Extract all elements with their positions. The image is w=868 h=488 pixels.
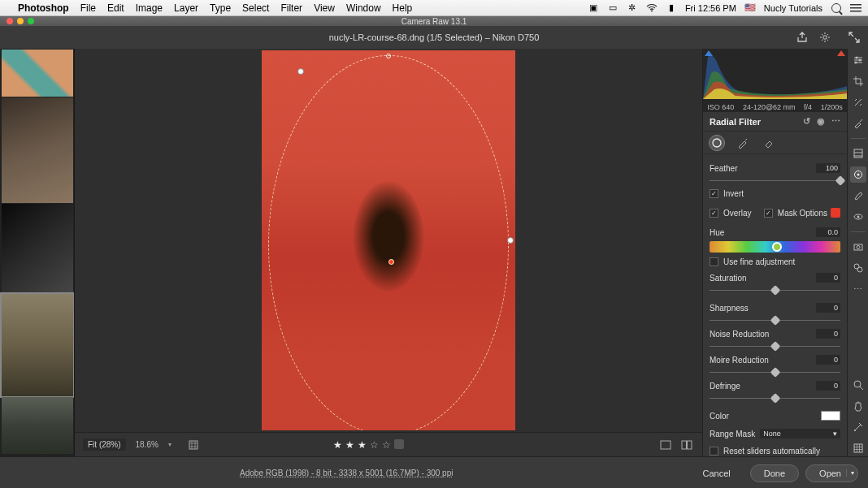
undo-icon[interactable]: ↺	[803, 116, 810, 127]
zoom-secondary[interactable]: 18.6%	[136, 440, 158, 449]
control-center-icon[interactable]	[850, 2, 861, 14]
cancel-button[interactable]: Cancel	[690, 465, 744, 482]
close-button[interactable]	[7, 18, 13, 24]
visibility-icon[interactable]: ◉	[817, 116, 825, 127]
reset-sliders-checkbox[interactable]	[710, 447, 718, 456]
done-button[interactable]: Done	[750, 464, 799, 482]
overlay-checkbox[interactable]	[710, 209, 718, 218]
thumbnail-2[interactable]	[2, 97, 73, 203]
sharpness-value[interactable]: 0	[816, 303, 840, 313]
sampler-icon[interactable]	[850, 419, 866, 435]
redeye-icon[interactable]	[850, 209, 866, 225]
thumbnail-1[interactable]	[2, 50, 73, 97]
noise-slider[interactable]	[710, 343, 840, 351]
more-settings-icon[interactable]: ⋯	[850, 281, 866, 297]
feather-value[interactable]: 100	[816, 163, 840, 173]
metadata-link[interactable]: Adobe RGB (1998) - 8 bit - 3338 x 5001 (…	[240, 469, 453, 477]
brush-icon[interactable]	[850, 188, 866, 204]
menu-edit[interactable]: Edit	[107, 2, 124, 14]
defringe-slider[interactable]	[710, 395, 840, 403]
hand-tool-icon[interactable]	[850, 398, 866, 414]
shadow-clip-icon[interactable]	[705, 50, 713, 56]
handle-top[interactable]	[386, 54, 391, 58]
menu-image[interactable]: Image	[136, 2, 163, 14]
before-after-split-icon[interactable]	[679, 438, 694, 452]
more-icon[interactable]: ⋯	[831, 116, 840, 127]
preview-image[interactable]	[262, 50, 515, 430]
fine-adjust-checkbox[interactable]	[710, 257, 718, 266]
menu-help[interactable]: Help	[393, 2, 413, 14]
thumbnail-4[interactable]	[2, 294, 73, 396]
settings-icon[interactable]	[818, 30, 832, 45]
mask-color-swatch[interactable]	[831, 208, 840, 218]
wifi-icon[interactable]	[646, 2, 658, 14]
grid-toggle-icon[interactable]	[850, 440, 866, 456]
thumbnail-5[interactable]	[2, 397, 73, 454]
menubar-account[interactable]: Nucly Tutorials	[764, 3, 822, 13]
radial-gradient-icon[interactable]	[850, 166, 866, 183]
hue-slider[interactable]	[710, 241, 840, 253]
zoom-caret-icon[interactable]: ▾	[168, 441, 171, 448]
grid-icon[interactable]	[186, 438, 201, 452]
share-icon[interactable]	[795, 30, 809, 45]
menu-select[interactable]: Select	[242, 2, 269, 14]
app-name[interactable]: Photoshop	[18, 2, 69, 14]
screenrec-icon[interactable]: ▣	[588, 2, 599, 14]
saturation-slider[interactable]	[710, 287, 840, 295]
noise-value[interactable]: 0	[816, 329, 840, 339]
color-swatch[interactable]	[821, 411, 840, 421]
menubar-clock[interactable]: Fri 12:56 PM	[685, 3, 736, 13]
mask-options-checkbox[interactable]	[764, 209, 773, 218]
menu-file[interactable]: File	[80, 2, 96, 14]
feather-slider[interactable]	[710, 177, 840, 185]
spotlight-icon[interactable]	[831, 2, 842, 14]
menu-type[interactable]: Type	[210, 2, 231, 14]
battery-icon[interactable]: ▭	[607, 2, 618, 14]
crop-tool-icon[interactable]	[850, 73, 866, 89]
linear-gradient-icon[interactable]	[850, 145, 866, 162]
heal-tool-icon[interactable]	[850, 94, 866, 110]
moire-value[interactable]: 0	[816, 355, 840, 365]
menu-window[interactable]: Window	[346, 2, 381, 14]
star-4[interactable]: ☆	[370, 439, 379, 451]
handle-nw[interactable]	[297, 68, 304, 75]
sharpness-slider[interactable]	[710, 317, 840, 325]
handle-east[interactable]	[507, 237, 514, 244]
star-3[interactable]: ★	[358, 439, 367, 451]
cc-icon[interactable]: ✲	[627, 2, 638, 14]
star-2[interactable]: ★	[345, 439, 354, 451]
thumbnail-3[interactable]	[2, 204, 73, 293]
zoom-tool-icon[interactable]	[850, 377, 866, 393]
fullscreen-icon[interactable]	[847, 30, 861, 45]
moire-slider[interactable]	[710, 369, 840, 377]
presets-icon[interactable]	[850, 260, 866, 276]
radial-filter-ellipse[interactable]	[268, 55, 509, 430]
histogram[interactable]: ISO 640 24-120@62 mm f/4 1/200s	[703, 49, 847, 112]
zoom-fit[interactable]: Fit (28%)	[83, 438, 126, 451]
edit-tool-icon[interactable]	[850, 52, 866, 68]
eyedropper-icon[interactable]	[850, 115, 866, 132]
zoom-button[interactable]	[28, 18, 34, 24]
star-5[interactable]: ☆	[382, 439, 391, 451]
range-mask-dropdown[interactable]: None▾	[760, 429, 840, 438]
eraser-tool-icon[interactable]	[762, 136, 776, 150]
before-after-single-icon[interactable]	[658, 438, 673, 452]
rating-stars[interactable]: ★ ★ ★ ☆ ☆	[333, 439, 404, 451]
battery2-icon[interactable]: ▮	[666, 2, 677, 14]
menu-view[interactable]: View	[314, 2, 335, 14]
snapshot-icon[interactable]	[850, 239, 866, 255]
menu-layer[interactable]: Layer	[174, 2, 198, 14]
menu-filter[interactable]: Filter	[280, 2, 302, 14]
star-1[interactable]: ★	[333, 439, 342, 451]
open-caret-icon[interactable]: ▾	[846, 469, 854, 477]
radial-tool-icon[interactable]	[710, 136, 724, 150]
menubar-flag[interactable]: 🇺🇸	[744, 2, 756, 13]
saturation-value[interactable]: 0	[816, 273, 840, 283]
minimize-button[interactable]	[17, 18, 24, 24]
hue-value[interactable]: 0.0	[816, 227, 840, 237]
preview-area[interactable]	[75, 49, 702, 432]
brush-tool-icon[interactable]	[736, 136, 750, 150]
open-button[interactable]: Open▾	[805, 464, 858, 482]
invert-checkbox[interactable]	[710, 189, 718, 198]
highlight-clip-icon[interactable]	[837, 50, 845, 56]
